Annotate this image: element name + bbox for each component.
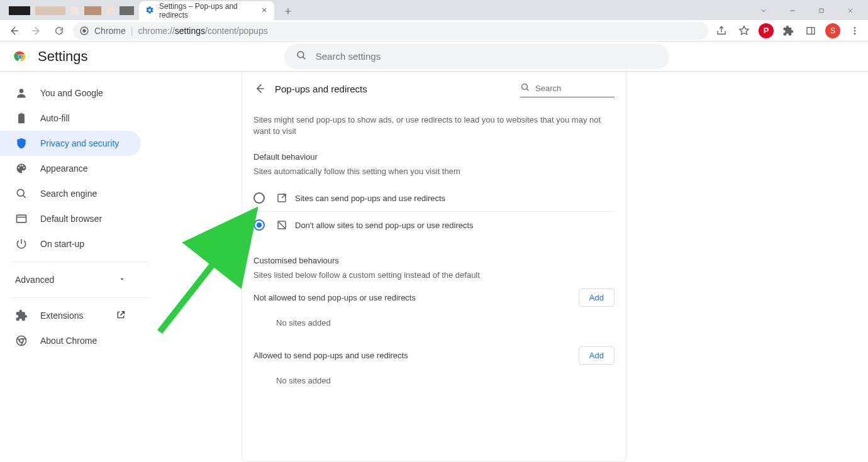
chrome-logo-icon <box>13 49 28 64</box>
svg-rect-3 <box>807 27 815 34</box>
not-allowed-heading: Not allowed to send pop-ups or use redir… <box>253 293 416 302</box>
tab-swatch <box>84 6 101 15</box>
sidebar-item-default-browser[interactable]: Default browser <box>0 206 141 231</box>
sidebar-item-extensions[interactable]: Extensions <box>0 303 141 328</box>
close-tab-icon[interactable] <box>260 6 268 15</box>
tab-swatch <box>35 6 65 15</box>
clipboard-icon <box>15 112 28 124</box>
search-icon <box>296 50 307 63</box>
tab-search-button[interactable] <box>750 1 777 20</box>
pinterest-extension-icon[interactable]: P <box>759 23 774 38</box>
background-tab[interactable] <box>4 1 139 20</box>
site-info-icon[interactable] <box>79 26 89 36</box>
sidebar-item-autofill[interactable]: Auto-fill <box>0 106 141 131</box>
svg-rect-13 <box>17 215 26 223</box>
svg-point-4 <box>854 27 856 29</box>
svg-point-9 <box>19 55 22 58</box>
side-panel-icon[interactable] <box>803 23 819 39</box>
share-icon[interactable] <box>713 23 730 39</box>
new-tab-button[interactable] <box>279 3 297 20</box>
tab-swatch <box>120 6 134 15</box>
browser-window-icon <box>15 212 28 225</box>
svg-point-2 <box>82 29 86 32</box>
sidebar-item-search-engine[interactable]: Search engine <box>0 181 141 206</box>
customised-heading: Customised behaviours <box>253 256 615 265</box>
back-arrow-button[interactable] <box>253 82 266 95</box>
url-host-label: Chrome <box>94 26 126 36</box>
tab-swatch <box>106 6 114 15</box>
settings-search-input[interactable] <box>316 51 658 62</box>
minimize-button[interactable] <box>779 1 806 20</box>
card-search[interactable] <box>520 80 615 97</box>
allowed-heading: Allowed to send pop-ups and use redirect… <box>253 351 408 360</box>
default-behaviour-sub: Sites automatically follow this setting … <box>253 167 615 176</box>
extensions-puzzle-icon[interactable] <box>780 23 796 39</box>
customised-sub: Sites listed below follow a custom setti… <box>253 270 615 280</box>
popup-block-icon <box>276 219 287 231</box>
puzzle-icon <box>15 309 28 322</box>
palette-icon <box>15 162 28 175</box>
default-behaviour-heading: Default behaviour <box>253 152 615 162</box>
sidebar-advanced-toggle[interactable]: Advanced <box>0 267 141 292</box>
nav-back-button[interactable] <box>5 22 23 40</box>
address-bar[interactable]: Chrome | chrome://settings/content/popup… <box>73 22 708 40</box>
svg-point-11 <box>19 89 24 93</box>
card-title: Pop-ups and redirects <box>275 84 511 94</box>
shield-icon <box>15 137 28 150</box>
svg-point-12 <box>17 189 24 196</box>
tab-swatch <box>9 6 30 15</box>
settings-search-box[interactable] <box>284 44 669 69</box>
radio-unchecked-icon <box>253 192 265 204</box>
sidebar-item-on-startup[interactable]: On start-up <box>0 231 141 256</box>
person-icon <box>15 87 28 99</box>
card-description: Sites might send pop-ups to show ads, or… <box>253 114 615 137</box>
not-allowed-empty: No sites added <box>253 307 615 339</box>
svg-point-16 <box>522 84 528 90</box>
settings-gear-icon <box>145 6 154 16</box>
window-controls <box>750 1 864 20</box>
sidebar-item-you-and-google[interactable]: You and Google <box>0 80 141 106</box>
tab-title: Settings – Pop-ups and redirects <box>159 2 255 19</box>
svg-point-5 <box>854 30 856 31</box>
sidebar-item-privacy-security[interactable]: Privacy and security <box>0 131 141 156</box>
search-icon <box>520 82 530 94</box>
popup-allow-icon <box>276 192 287 204</box>
svg-point-6 <box>854 33 856 35</box>
settings-header: Settings <box>0 41 868 72</box>
tab-strip: Settings – Pop-ups and redirects <box>0 0 868 20</box>
open-external-icon <box>116 310 126 322</box>
browser-menu-icon[interactable] <box>847 23 863 39</box>
add-allowed-button[interactable]: Add <box>579 346 615 365</box>
svg-rect-0 <box>820 9 823 13</box>
url-text: chrome://settings/content/popups <box>138 26 267 36</box>
radio-checked-icon <box>253 219 265 231</box>
profile-avatar[interactable]: S <box>825 23 840 38</box>
allowed-empty: No sites added <box>253 365 615 397</box>
nav-forward-button[interactable] <box>28 22 45 40</box>
sidebar-item-about-chrome[interactable]: About Chrome <box>0 328 141 353</box>
nav-reload-button[interactable] <box>50 22 68 40</box>
bookmark-star-icon[interactable] <box>736 23 752 39</box>
settings-title: Settings <box>38 48 88 65</box>
radio-allow-popups[interactable]: Sites can send pop-ups and use redirects <box>253 185 615 211</box>
svg-point-10 <box>298 52 304 58</box>
chevron-down-icon <box>118 275 126 285</box>
chrome-outline-icon <box>15 334 28 347</box>
sidebar-item-appearance[interactable]: Appearance <box>0 156 141 181</box>
active-tab[interactable]: Settings – Pop-ups and redirects <box>139 1 274 20</box>
browser-toolbar: Chrome | chrome://settings/content/popup… <box>0 20 868 41</box>
radio-block-popups[interactable]: Don't allow sites to send pop-ups or use… <box>253 211 615 238</box>
sidebar-divider <box>13 297 148 298</box>
maximize-button[interactable] <box>808 1 835 20</box>
settings-card: Pop-ups and redirects Sites might send p… <box>242 72 626 462</box>
tab-swatch <box>70 6 79 15</box>
search-icon <box>15 187 28 200</box>
sidebar-divider <box>13 261 148 262</box>
add-not-allowed-button[interactable]: Add <box>579 289 615 307</box>
settings-sidebar: You and Google Auto-fill Privacy and sec… <box>0 72 161 462</box>
card-search-input[interactable] <box>535 84 615 93</box>
close-window-button[interactable] <box>837 1 864 20</box>
power-icon <box>15 238 28 250</box>
